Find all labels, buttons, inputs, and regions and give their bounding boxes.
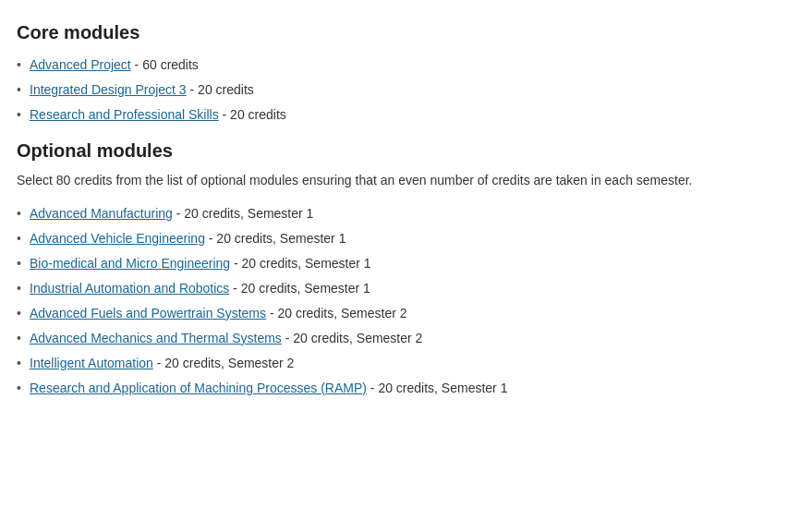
optional-module-link-4[interactable]: Advanced Fuels and Powertrain Systems (30, 306, 266, 320)
core-module-link-0[interactable]: Advanced Project (30, 57, 131, 72)
list-item: Advanced Vehicle Engineering - 20 credit… (17, 226, 795, 251)
list-item: Research and Application of Machining Pr… (17, 376, 795, 401)
core-modules-heading: Core modules (17, 22, 795, 43)
core-module-link-2[interactable]: Research and Professional Skills (30, 107, 219, 122)
core-modules-list: Advanced Project - 60 creditsIntegrated … (17, 53, 795, 127)
optional-modules-heading: Optional modules (17, 140, 795, 162)
list-item: Advanced Mechanics and Thermal Systems -… (17, 326, 795, 351)
optional-modules-section: Optional modules Select 80 credits from … (17, 140, 795, 401)
list-item: Industrial Automation and Robotics - 20 … (17, 276, 795, 301)
list-item: Bio-medical and Micro Engineering - 20 c… (17, 251, 795, 276)
optional-module-link-6[interactable]: Intelligent Automation (30, 356, 153, 370)
optional-modules-description: Select 80 credits from the list of optio… (17, 171, 795, 190)
list-item: Research and Professional Skills - 20 cr… (17, 103, 795, 127)
optional-modules-list: Advanced Manufacturing - 20 credits, Sem… (17, 201, 795, 401)
optional-module-link-0[interactable]: Advanced Manufacturing (30, 206, 173, 221)
core-module-link-1[interactable]: Integrated Design Project 3 (30, 82, 187, 97)
optional-module-link-7[interactable]: Research and Application of Machining Pr… (30, 381, 367, 395)
optional-module-link-5[interactable]: Advanced Mechanics and Thermal Systems (30, 331, 282, 345)
list-item: Advanced Project - 60 credits (17, 53, 795, 78)
optional-module-link-2[interactable]: Bio-medical and Micro Engineering (30, 256, 230, 271)
optional-module-link-3[interactable]: Industrial Automation and Robotics (30, 281, 229, 296)
list-item: Integrated Design Project 3 - 20 credits (17, 78, 795, 103)
list-item: Advanced Fuels and Powertrain Systems - … (17, 301, 795, 326)
core-modules-section: Core modules Advanced Project - 60 credi… (17, 22, 795, 127)
optional-module-link-1[interactable]: Advanced Vehicle Engineering (30, 231, 205, 246)
list-item: Advanced Manufacturing - 20 credits, Sem… (17, 201, 795, 226)
list-item: Intelligent Automation - 20 credits, Sem… (17, 351, 795, 376)
